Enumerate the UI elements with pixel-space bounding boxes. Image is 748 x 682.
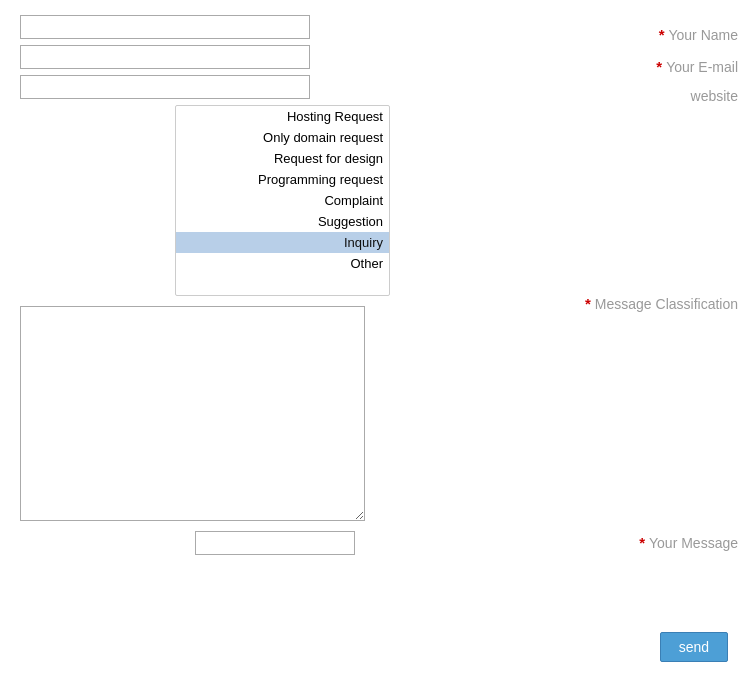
option-design-request[interactable]: Request for design bbox=[176, 148, 389, 169]
labels-panel: * Your Name * Your E-mail website * Mess… bbox=[585, 15, 738, 682]
message-required-star: * bbox=[639, 531, 645, 555]
website-label: website bbox=[691, 85, 738, 107]
classification-label-row: * Message Classification bbox=[585, 292, 738, 316]
email-label-row: * Your E-mail bbox=[585, 55, 738, 79]
email-label: Your E-mail bbox=[666, 56, 738, 78]
option-programming-request[interactable]: Programming request bbox=[176, 169, 389, 190]
classification-label: Message Classification bbox=[595, 293, 738, 315]
classification-select-container: Hosting Request Only domain request Requ… bbox=[175, 105, 390, 296]
captcha-input[interactable] bbox=[195, 531, 355, 555]
option-inquiry[interactable]: Inquiry bbox=[176, 232, 389, 253]
name-input[interactable] bbox=[20, 15, 310, 39]
option-hosting-request[interactable]: Hosting Request bbox=[176, 106, 389, 127]
option-suggestion[interactable]: Suggestion bbox=[176, 211, 389, 232]
email-input[interactable] bbox=[20, 45, 310, 69]
option-complaint[interactable]: Complaint bbox=[176, 190, 389, 211]
email-required-star: * bbox=[656, 55, 662, 79]
classification-select[interactable]: Hosting Request Only domain request Requ… bbox=[175, 105, 390, 296]
classification-required-star: * bbox=[585, 292, 591, 316]
website-label-row: website bbox=[585, 85, 738, 107]
website-input[interactable] bbox=[20, 75, 310, 99]
contact-form: Hosting Request Only domain request Requ… bbox=[20, 15, 390, 555]
message-label-row: * Your Message bbox=[585, 531, 738, 555]
name-label: Your Name bbox=[668, 24, 738, 46]
message-textarea[interactable] bbox=[20, 306, 365, 521]
message-label: Your Message bbox=[649, 532, 738, 554]
name-required-star: * bbox=[659, 23, 665, 47]
option-domain-request[interactable]: Only domain request bbox=[176, 127, 389, 148]
name-label-row: * Your Name bbox=[585, 23, 738, 47]
option-other[interactable]: Other bbox=[176, 253, 389, 274]
send-button[interactable]: send bbox=[660, 632, 728, 662]
